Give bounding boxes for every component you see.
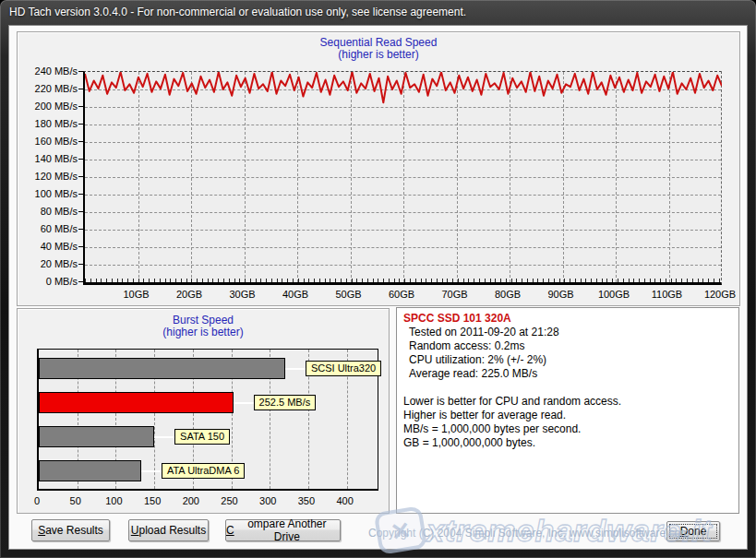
drive-detail-line: Average read: 225.0 MB/s (403, 367, 732, 381)
burst-plot-area: SCSI Ultra320252.5 MB/sSATA 150ATA Ultra… (37, 349, 378, 491)
window-title: HD Tach version 3.0.4.0 - For non-commer… (9, 6, 466, 18)
burst-x-tick-label: 100 (95, 495, 132, 506)
x-tick-label: 100GB (588, 289, 640, 300)
sequential-chart-subtitle: (higher is better) (18, 49, 739, 61)
burst-x-tick-label: 0 (18, 495, 55, 506)
burst-x-tick-label: 50 (57, 495, 94, 506)
note-line: Higher is better for average read. (403, 409, 732, 422)
burst-x-tick-label: 200 (173, 495, 210, 506)
benchmark-notes: Lower is better for CPU and random acces… (403, 395, 732, 450)
bar-label-connector (141, 470, 162, 472)
drive-detail-line: Tested on 2011-09-20 at 21:28 (403, 326, 732, 339)
y-tick-label: 200 MB/s (20, 101, 78, 112)
note-line: Lower is better for CPU and random acces… (403, 395, 732, 409)
client-area: Sequential Read Speed (higher is better)… (8, 25, 748, 550)
x-tick-label: 110GB (642, 289, 693, 300)
burst-bar (39, 392, 234, 413)
burst-chart-subtitle: (higher is better) (18, 326, 389, 338)
bar-label-connector (154, 436, 174, 438)
burst-x-tick-label: 250 (211, 495, 248, 506)
y-tick-label: 220 MB/s (20, 83, 78, 94)
y-tick-label: 180 MB/s (20, 118, 78, 129)
drive-detail-line: Random access: 0.2ms (403, 339, 732, 353)
copyright-text: Copyright (C) 2004 Simpli Software, Inc.… (368, 527, 690, 540)
bar-label: 252.5 MB/s (254, 395, 317, 410)
sequential-read-line (85, 72, 722, 282)
x-tick-label: 120GB (694, 289, 746, 300)
sequential-read-panel: Sequential Read Speed (higher is better)… (17, 31, 740, 306)
x-tick-label: 80GB (482, 289, 534, 300)
burst-x-tick-label: 300 (249, 495, 286, 506)
note-line: GB = 1,000,000,000 bytes. (403, 436, 732, 450)
y-tick-label: 120 MB/s (20, 171, 78, 182)
x-tick-label: 70GB (429, 289, 481, 300)
y-tick-label: 60 MB/s (20, 223, 78, 234)
burst-bar (39, 460, 141, 481)
drive-details: Tested on 2011-09-20 at 21:28Random acce… (403, 326, 732, 381)
y-tick-label: 160 MB/s (20, 136, 78, 147)
bar-label-connector (234, 402, 254, 404)
bar-label-connector (285, 368, 306, 370)
sequential-plot-area (83, 71, 722, 285)
drive-name: SPCC SSD 101 320A (403, 312, 732, 326)
y-tick-label: 20 MB/s (20, 258, 78, 269)
burst-x-tick-label: 350 (288, 495, 325, 506)
save-results-button[interactable]: Save Results (31, 519, 110, 541)
burst-bar (39, 358, 285, 379)
app-window: HD Tach version 3.0.4.0 - For non-commer… (0, 0, 756, 558)
y-tick-label: 100 MB/s (20, 188, 78, 199)
burst-bar (39, 426, 154, 447)
x-tick-label: 10GB (111, 289, 162, 300)
upload-results-button[interactable]: Upload Results (128, 519, 209, 541)
y-tick-label: 240 MB/s (20, 65, 78, 77)
burst-speed-panel: Burst Speed (higher is better) SCSI Ultr… (17, 308, 390, 514)
drive-info-panel: SPCC SSD 101 320A Tested on 2011-09-20 a… (396, 307, 739, 514)
bar-label: SATA 150 (174, 429, 230, 445)
compare-another-drive-button[interactable]: Compare Another Drive (225, 519, 341, 541)
x-tick-label: 30GB (217, 289, 269, 300)
x-tick-label: 60GB (376, 289, 427, 300)
x-tick-label: 90GB (535, 289, 587, 300)
drive-detail-line: CPU utilization: 2% (+/- 2%) (403, 353, 732, 367)
bar-label: SCSI Ultra320 (306, 361, 381, 376)
burst-x-tick-label: 400 (327, 495, 364, 506)
title-bar[interactable]: HD Tach version 3.0.4.0 - For non-commer… (0, 0, 756, 25)
x-tick-label: 20GB (163, 289, 215, 300)
y-tick-label: 40 MB/s (20, 241, 78, 252)
y-tick-label: 140 MB/s (20, 153, 78, 164)
note-line: MB/s = 1,000,000 bytes per second. (403, 422, 732, 436)
x-tick-label: 50GB (323, 289, 375, 300)
bar-label: ATA UltraDMA 6 (162, 463, 245, 479)
y-tick-label: 80 MB/s (20, 206, 78, 217)
burst-x-tick-label: 150 (134, 495, 171, 506)
x-tick-label: 40GB (270, 289, 321, 300)
y-tick-label: 0 MB/s (20, 276, 78, 287)
